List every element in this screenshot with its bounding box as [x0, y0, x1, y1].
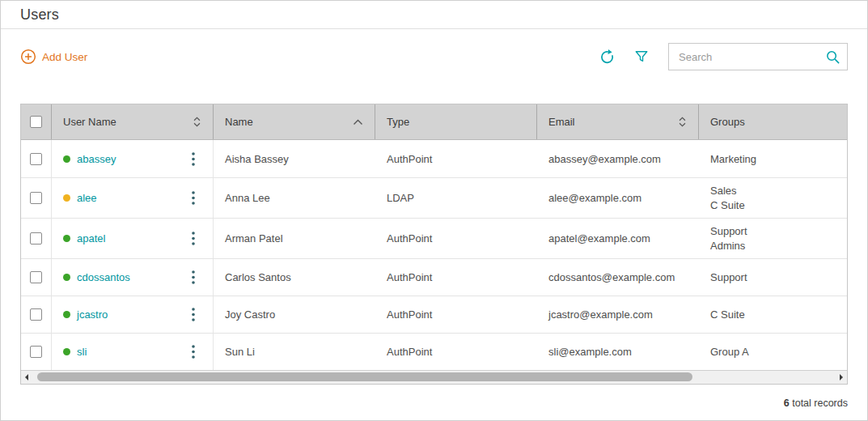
row-menu-button[interactable] [188, 230, 198, 247]
username-link[interactable]: abassey [77, 153, 116, 165]
row-checkbox-cell [21, 178, 52, 218]
type-cell-text: AuthPoint [387, 308, 432, 321]
name-cell: Joy Castro [214, 296, 375, 333]
username-cell: apatel [52, 219, 214, 258]
username-cell: sli [52, 334, 214, 370]
users-page: Users Add User [0, 0, 868, 421]
username-cell: jcastro [52, 296, 214, 333]
filter-icon [634, 49, 649, 64]
group-label: Sales [710, 184, 737, 198]
row-menu-button[interactable] [188, 189, 198, 206]
group-label: Admins [710, 239, 745, 253]
column-header-user-name[interactable]: User Name [52, 104, 214, 139]
column-label: Email [548, 116, 575, 128]
username-link[interactable]: cdossantos [77, 271, 130, 283]
name-cell: Sun Li [214, 334, 375, 370]
status-dot [63, 311, 70, 318]
table-header: User Name Name Type Email [21, 104, 847, 140]
group-label: Group A [710, 345, 749, 359]
row-checkbox[interactable] [30, 308, 42, 321]
column-header-name[interactable]: Name [214, 104, 375, 139]
horizontal-scrollbar[interactable] [21, 370, 847, 384]
row-checkbox-cell [21, 296, 52, 333]
group-label: Support [710, 224, 747, 238]
kebab-icon [192, 345, 195, 359]
type-cell-text: AuthPoint [387, 232, 432, 245]
row-checkbox-cell [21, 259, 52, 296]
table-row: sli Sun Li AuthPoint sli@example.com Gro… [21, 333, 847, 370]
sort-both-icon[interactable] [678, 117, 687, 127]
column-label: User Name [63, 116, 116, 128]
status-dot [63, 235, 70, 242]
status-dot [63, 155, 70, 163]
email-cell-text: abassey@example.com [548, 153, 661, 165]
email-cell-text: cdossantos@example.com [548, 271, 675, 283]
username-link[interactable]: alee [77, 192, 97, 204]
row-checkbox-cell [21, 334, 52, 370]
type-cell: AuthPoint [375, 296, 537, 333]
scroll-right-arrow[interactable] [840, 374, 843, 381]
email-cell: cdossantos@example.com [537, 259, 699, 296]
row-checkbox-cell [21, 140, 52, 177]
username-link[interactable]: jcastro [77, 308, 108, 321]
name-cell-text: Anna Lee [225, 192, 270, 204]
username-link[interactable]: apatel [77, 232, 105, 245]
kebab-icon [192, 270, 195, 284]
row-checkbox-cell [21, 219, 52, 258]
table-row: cdossantos Carlos Santos AuthPoint cdoss… [21, 258, 847, 296]
name-cell: Arman Patel [214, 219, 375, 258]
refresh-button[interactable] [597, 47, 617, 67]
toolbar-right [597, 43, 848, 70]
users-table: User Name Name Type Email [20, 104, 848, 385]
select-all-checkbox[interactable] [30, 116, 42, 128]
groups-cell: Marketing [699, 140, 847, 177]
kebab-icon [192, 191, 195, 205]
name-cell-text: Arman Patel [225, 232, 283, 245]
status-dot [63, 274, 70, 281]
groups-cell: SupportAdmins [699, 219, 847, 258]
row-menu-button[interactable] [188, 269, 198, 286]
name-cell-text: Aisha Bassey [225, 153, 289, 165]
filter-button[interactable] [633, 48, 650, 66]
row-checkbox[interactable] [30, 153, 42, 165]
table-row: jcastro Joy Castro AuthPoint jcastro@exa… [21, 296, 847, 333]
groups-cell: Support [699, 259, 847, 296]
row-checkbox[interactable] [30, 192, 42, 204]
sort-both-icon[interactable] [193, 117, 201, 127]
username-cell: cdossantos [52, 259, 214, 296]
username-link[interactable]: sli [77, 346, 87, 358]
search-box [668, 43, 848, 70]
sort-ascending-icon[interactable] [353, 119, 363, 125]
email-cell-text: jcastro@example.com [548, 308, 653, 321]
search-icon[interactable] [825, 49, 840, 68]
scroll-left-arrow[interactable] [25, 374, 28, 381]
column-header-type[interactable]: Type [375, 104, 537, 139]
row-checkbox[interactable] [30, 346, 42, 358]
column-label: Name [225, 116, 253, 128]
total-records-label: total records [790, 398, 848, 409]
row-checkbox[interactable] [30, 271, 42, 283]
add-user-button[interactable]: Add User [20, 49, 87, 65]
row-menu-button[interactable] [188, 151, 198, 168]
email-cell-text: alee@example.com [548, 192, 641, 204]
search-input[interactable] [668, 43, 848, 70]
column-header-groups[interactable]: Groups [699, 104, 847, 139]
group-label: Support [710, 270, 747, 284]
name-cell: Anna Lee [214, 178, 375, 218]
type-cell: AuthPoint [375, 334, 537, 370]
plus-circle-icon [20, 49, 36, 65]
groups-cell: Group A [699, 334, 847, 370]
row-menu-button[interactable] [188, 343, 198, 360]
email-cell: sli@example.com [537, 334, 699, 370]
name-cell: Carlos Santos [214, 259, 375, 296]
row-menu-button[interactable] [188, 306, 198, 323]
email-cell-text: sli@example.com [548, 346, 632, 358]
email-cell: jcastro@example.com [537, 296, 699, 333]
row-checkbox[interactable] [30, 232, 42, 245]
records-summary: 6 total records [20, 398, 848, 409]
total-records-count: 6 [784, 398, 790, 409]
column-header-email[interactable]: Email [537, 104, 699, 139]
name-cell-text: Carlos Santos [225, 271, 291, 283]
type-cell: AuthPoint [375, 259, 537, 296]
scrollbar-thumb[interactable] [37, 372, 692, 381]
